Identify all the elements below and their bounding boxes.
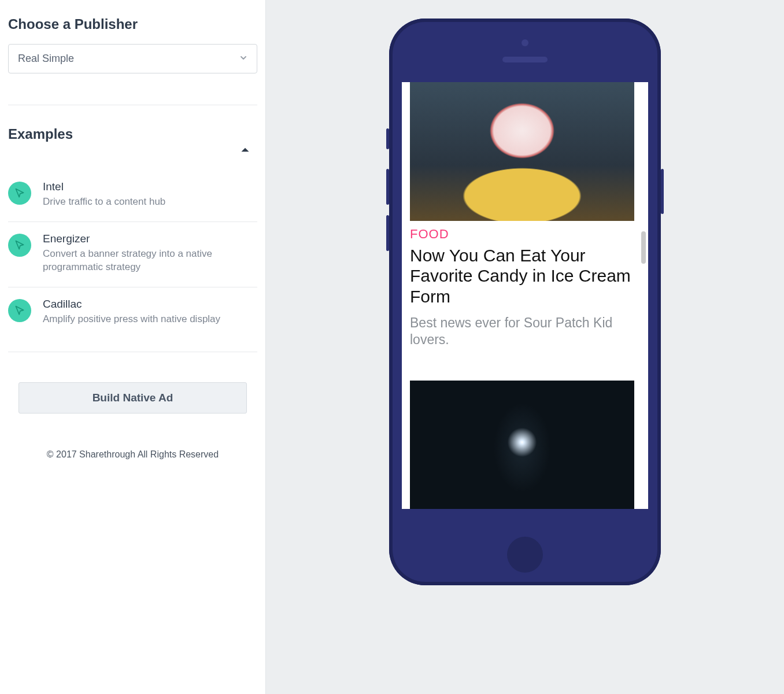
example-item-cadillac[interactable]: Cadillac Amplify positive press with nat… [8, 287, 257, 339]
preview-pane: FOOD Now You Can Eat Your Favorite Candy… [266, 0, 784, 694]
chevron-down-icon [239, 53, 248, 65]
cursor-icon [8, 182, 31, 205]
publisher-title: Choose a Publisher [8, 16, 257, 32]
example-desc: Amplify positive press with native displ… [43, 313, 220, 326]
article-category[interactable]: FOOD [410, 227, 634, 242]
chevron-up-icon[interactable] [238, 142, 253, 160]
phone-side-button [386, 169, 389, 205]
example-desc: Drive traffic to a content hub [43, 195, 165, 209]
example-item-intel[interactable]: Intel Drive traffic to a content hub [8, 170, 257, 222]
example-title: Intel [43, 180, 165, 193]
examples-list: Intel Drive traffic to a content hub Ene… [8, 170, 257, 339]
phone-side-button [386, 215, 389, 251]
article-deck: Best news ever for Sour Patch Kid lovers… [410, 315, 634, 348]
phone-side-button [386, 128, 389, 149]
example-desc: Convert a banner strategy into a native … [43, 248, 257, 274]
publisher-select[interactable]: Real Simple [8, 44, 257, 73]
footer-copyright: © 2017 Sharethrough All Rights Reserved [8, 449, 257, 460]
scrollbar-thumb[interactable] [641, 231, 646, 264]
article-hero-image [410, 82, 634, 221]
ad-image [410, 381, 634, 509]
publisher-select-value[interactable]: Real Simple [8, 44, 257, 73]
example-title: Energizer [43, 232, 257, 245]
build-native-ad-button[interactable]: Build Native Ad [19, 382, 247, 414]
example-item-energizer[interactable]: Energizer Convert a banner strategy into… [8, 222, 257, 287]
sidebar: Choose a Publisher Real Simple Examples … [0, 0, 266, 694]
phone-speaker [502, 57, 548, 62]
divider [8, 105, 257, 105]
phone-home-button [507, 537, 543, 573]
cursor-icon [8, 234, 31, 257]
phone-frame: FOOD Now You Can Eat Your Favorite Candy… [389, 19, 661, 585]
cursor-icon [8, 299, 31, 322]
screen-content: FOOD Now You Can Eat Your Favorite Candy… [410, 82, 634, 509]
phone-screen[interactable]: FOOD Now You Can Eat Your Favorite Candy… [402, 82, 648, 509]
phone-side-button [661, 169, 664, 214]
examples-title: Examples [8, 126, 73, 142]
example-title: Cadillac [43, 298, 220, 311]
article-headline[interactable]: Now You Can Eat Your Favorite Candy in I… [410, 245, 634, 307]
